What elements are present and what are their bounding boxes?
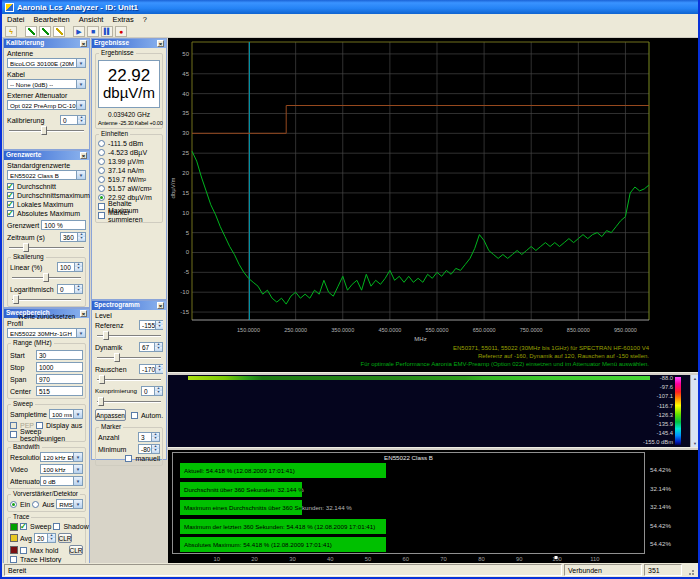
spinner-arrows-icon[interactable]: ▲▼	[155, 365, 163, 373]
avg-clr-button[interactable]: CLR	[58, 533, 72, 543]
autom-checkbox[interactable]: Autom.	[131, 411, 163, 420]
svg-text:350.0000: 350.0000	[331, 327, 354, 333]
ein-radio[interactable]: Ein	[10, 500, 30, 509]
dynamik-slider[interactable]	[97, 353, 161, 362]
range-center-field[interactable]: 515	[36, 386, 83, 396]
unit-radio-4[interactable]: 519.7 fW/m²	[98, 175, 160, 184]
minimum-spinner[interactable]: -80▲▼	[138, 444, 160, 454]
komprimierung-spinner[interactable]: 0▲▼	[141, 386, 163, 396]
sweep-trace-checkbox[interactable]: Sweep	[20, 522, 51, 531]
chevron-down-icon: ▼	[76, 101, 85, 109]
range-span-field[interactable]: 970	[36, 374, 83, 384]
unit-radio-1[interactable]: -4.523 dBµV	[98, 148, 160, 157]
menu-item-bearbeiten[interactable]: Bearbeiten	[34, 15, 70, 24]
logarithmisch-spinner[interactable]: 0 ▲▼	[57, 284, 83, 294]
histogram-view-icon[interactable]	[53, 26, 65, 37]
range-start-field[interactable]: 30	[36, 350, 83, 360]
spectrogram-scrollbar[interactable]: ▲▼	[690, 375, 699, 447]
spinner-arrows-icon[interactable]: ▲▼	[77, 116, 85, 124]
profil-select[interactable]: EN55022 30MHz-1GH▼	[7, 328, 86, 338]
chevron-down-icon: ▼	[73, 410, 82, 418]
sweep-trace-color[interactable]	[10, 523, 18, 531]
spectrogram-view-icon[interactable]	[39, 26, 51, 37]
stop-icon[interactable]: ■	[87, 26, 99, 37]
menu-item-help[interactable]: ?	[143, 15, 147, 24]
menu-item-datei[interactable]: Datei	[7, 15, 25, 24]
marker-summieren-checkbox[interactable]: Marker summieren	[98, 211, 160, 220]
absolutes-maximum-checkbox[interactable]: Absolutes Maximum	[7, 209, 86, 218]
unit-radio-3[interactable]: 37.14 nA/m	[98, 166, 160, 175]
video-select[interactable]: 100 kHz▼	[40, 464, 83, 474]
linear-spinner[interactable]: 100 ▲▼	[57, 262, 83, 272]
aus-radio[interactable]: Aus	[32, 500, 54, 509]
svg-text:-10: -10	[180, 289, 189, 295]
close-icon[interactable]: ×	[157, 40, 164, 47]
menu-item-ansicht[interactable]: Ansicht	[79, 15, 104, 24]
scroll-down-icon[interactable]: ▼	[693, 441, 697, 446]
durchschnittsmaximum-checkbox[interactable]: Durchschnittsmaximum	[7, 191, 86, 200]
spinner-arrows-icon[interactable]: ▲▼	[154, 387, 162, 395]
spinner-arrows-icon[interactable]: ▲▼	[74, 263, 82, 271]
close-icon[interactable]: ×	[157, 302, 164, 309]
dynamik-spinner[interactable]: 67▲▼	[139, 342, 163, 352]
spectrum-chart[interactable]: 50454035302520151050-5-10-15150.0000250.…	[168, 38, 699, 372]
range-stop-field[interactable]: 1000	[36, 362, 83, 372]
antenne-select[interactable]: BicoLOG 30100E (20M▼	[7, 58, 86, 68]
durchschnitt-checkbox[interactable]: Durchschnitt	[7, 182, 86, 191]
maxhold-clr-button[interactable]: CLR	[69, 545, 83, 555]
anpassen-button[interactable]: Anpassen	[95, 409, 126, 421]
spinner-arrows-icon[interactable]: ▲▼	[77, 233, 85, 241]
resolution-select[interactable]: 120 kHz EMI▼	[40, 452, 83, 462]
kabel-select[interactable]: -- None (0dB) --▼	[7, 79, 86, 89]
scroll-up-icon[interactable]: ▲	[693, 376, 697, 381]
avg-trace-color[interactable]	[10, 534, 18, 542]
referenz-spinner[interactable]: -155▲▼	[139, 320, 163, 330]
grenzwert-field[interactable]: 100 %	[41, 220, 86, 230]
detector-select[interactable]: RMS▼	[56, 499, 83, 509]
manuell-checkbox[interactable]: manuell	[98, 454, 160, 463]
linear-slider[interactable]	[12, 273, 81, 282]
kalibrierung-slider[interactable]	[9, 126, 84, 135]
unit-radio-5[interactable]: 51.57 aW/cm²	[98, 184, 160, 193]
referenz-slider[interactable]	[97, 331, 161, 340]
logarithmisch-slider[interactable]	[12, 295, 81, 304]
attenuator-select[interactable]: 0 dB▼	[40, 476, 83, 486]
ext-attenuator-select[interactable]: Opt 022 PreAmp DC-10▼	[7, 100, 86, 110]
menu-item-extras[interactable]: Extras	[112, 15, 133, 24]
pause-icon[interactable]: ▌▌	[101, 26, 113, 37]
unit-radio-0[interactable]: -111.5 dBm	[98, 139, 160, 148]
resize-grip[interactable]	[684, 564, 696, 576]
kalibrierung-spinner[interactable]: 0 ▲▼	[60, 115, 86, 125]
avg-spinner[interactable]: 20▲▼	[34, 533, 56, 543]
unit-radio-2[interactable]: 13.99 µV/m	[98, 157, 160, 166]
play-icon[interactable]: ▶	[73, 26, 85, 37]
grenzwert-profile-select[interactable]: EN55022 Class B▼	[7, 170, 86, 180]
spinner-arrows-icon[interactable]: ▲▼	[151, 445, 159, 453]
lokales-maximum-checkbox[interactable]: Lokales Maximum	[7, 200, 86, 209]
connect-icon[interactable]: ϟ	[5, 26, 17, 37]
rauschen-slider[interactable]	[97, 375, 161, 384]
shadow-checkbox[interactable]: Shadow	[53, 522, 88, 531]
standardgrenzwerte-label: Standardgrenzwerte	[7, 162, 86, 169]
komprimierung-slider[interactable]	[97, 397, 161, 406]
spinner-arrows-icon[interactable]: ▲▼	[155, 321, 163, 329]
rauschen-spinner[interactable]: -170▲▼	[139, 364, 163, 374]
zeitraum-spinner[interactable]: 360 ▲▼	[60, 232, 86, 242]
bar-percentage: 54.42%	[650, 466, 671, 473]
maxhold-checkbox[interactable]: Max hold	[20, 546, 58, 555]
anzahl-spinner[interactable]: 3▲▼	[138, 432, 160, 442]
spinner-arrows-icon[interactable]: ▲▼	[154, 343, 162, 351]
spinner-arrows-icon[interactable]: ▲▼	[151, 433, 159, 441]
sweep-beschleunigen-checkbox[interactable]: Sweep beschleunigen	[10, 430, 83, 439]
spinner-arrows-icon[interactable]: ▲▼	[47, 534, 55, 542]
close-icon[interactable]: ×	[80, 310, 87, 317]
sweep-view-icon[interactable]	[25, 26, 37, 37]
close-icon[interactable]: ×	[80, 40, 87, 47]
maxhold-trace-color[interactable]	[10, 546, 18, 554]
close-icon[interactable]: ×	[80, 152, 87, 159]
spectrogram-view[interactable]: -88.0-97.6-107.1-116.7-126.3-135.9-145.4…	[168, 375, 699, 447]
spinner-arrows-icon[interactable]: ▲▼	[74, 285, 82, 293]
zeitraum-slider[interactable]	[9, 243, 84, 252]
sampletime-select[interactable]: 100 ms▼	[49, 409, 83, 419]
record-icon[interactable]: ●	[115, 26, 127, 37]
